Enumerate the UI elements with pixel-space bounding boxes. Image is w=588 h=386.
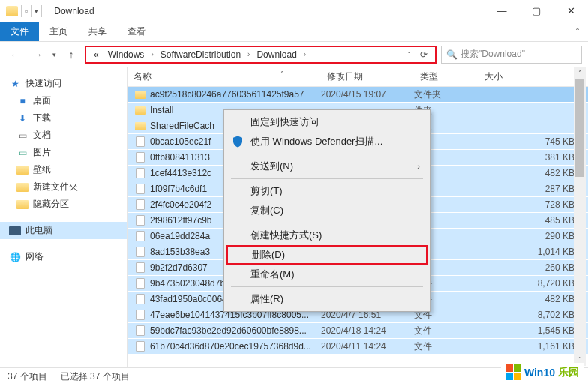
sidebar-item-downloads[interactable]: ⬇下载 [0,109,127,127]
file-icon [134,215,147,226]
vertical-scrollbar[interactable]: ˄ ˅ [574,67,586,366]
breadcrumb-seg[interactable]: SoftwareDistribution [156,47,245,62]
ctx-shortcut[interactable]: 创建快捷方式(S) [226,226,428,245]
sidebar-label: 隐藏分区 [33,198,69,211]
file-size: 287 KB [480,184,588,194]
file-name: 59bdc7fac93be2ed92d60600bfe8898... [147,325,321,336]
sidebar-label: 快速访问 [26,77,62,90]
column-headers: 名称˄ 修改日期 类型 大小 [128,67,588,87]
file-size: 1,161 KB [480,341,588,352]
file-type: 文件夹 [414,88,480,101]
folder-icon [16,200,28,209]
col-date[interactable]: 修改日期 [321,70,414,83]
titlebar: ▫ ▾ Download — ▢ ✕ [0,0,588,22]
file-size: 1,545 KB [480,325,588,336]
breadcrumb-seg[interactable]: Download [252,47,301,62]
divider [31,5,32,17]
table-row[interactable]: 61b70c4d36d870e20cec19757368d9d...2020/4… [128,339,588,355]
ctx-delete[interactable]: 删除(D) [226,245,428,265]
file-name: 61b70c4d36d870e20cec19757368d9d... [147,341,321,352]
table-row[interactable]: ac9f2518c80246a776035611425f9a572020/4/1… [128,87,588,103]
file-icon [134,231,147,241]
ctx-sendto[interactable]: 发送到(N)› [226,157,428,176]
scroll-thumb[interactable] [575,79,584,177]
file-icon [134,199,147,210]
scroll-up-button[interactable]: ˄ [574,67,586,79]
quick-access-toolbar: ▫ ▾ [0,5,48,17]
sidebar-item-documents[interactable]: ▭文档 [0,127,127,144]
documents-icon: ▭ [16,130,28,141]
back-button[interactable]: ← [6,46,24,64]
up-button[interactable]: ↑ [62,46,80,64]
ctx-cut[interactable]: 剪切(T) [226,181,428,201]
file-icon [134,341,147,352]
col-type[interactable]: 类型 [414,70,478,83]
address-bar: ← → ▾ ↑ « Windows › SoftwareDistribution… [0,42,588,67]
file-size: 482 KB [480,294,588,304]
ribbon-collapse-button[interactable]: ˄ [567,22,588,41]
breadcrumb-prefix[interactable]: « [89,47,104,62]
context-menu: 固定到快速访问 使用 Windows Defender扫描... 发送到(N)›… [224,109,430,312]
sidebar-label: 此电脑 [26,224,52,237]
file-date: 2020/4/11 14:24 [321,341,414,352]
address-dropdown[interactable]: ˅ [403,51,416,58]
ctx-defender[interactable]: 使用 Windows Defender扫描... [226,132,428,151]
refresh-button[interactable]: ⟳ [416,49,432,60]
sidebar-item-desktop[interactable]: ■桌面 [0,92,127,109]
history-dropdown[interactable]: ▾ [51,51,58,58]
ctx-rename[interactable]: 重命名(M) [226,265,428,284]
sidebar-item-pictures[interactable]: ▭图片 [0,144,127,161]
close-button[interactable]: ✕ [554,0,588,22]
pc-icon [9,226,21,235]
search-input[interactable]: 🔍 搜索"Download" [441,46,582,64]
window-title: Download [48,6,100,16]
file-icon [134,310,147,320]
sidebar-this-pc[interactable]: 此电脑 [0,222,127,239]
watermark-text: 乐园 [558,366,579,379]
sidebar-label: 图片 [33,146,51,159]
breadcrumb-chevron[interactable]: › [302,50,308,58]
ctx-copy[interactable]: 复制(C) [226,201,428,220]
ctx-properties[interactable]: 属性(R) [226,289,428,309]
sidebar-network[interactable]: 🌐网络 [0,248,127,265]
desktop-icon: ■ [16,96,28,106]
file-icon [134,247,147,257]
ribbon-tabs: 文件 主页 共享 查看 ˄ [0,22,588,42]
forward-button[interactable]: → [28,46,46,64]
file-icon [134,294,147,304]
col-size[interactable]: 大小 [478,70,588,83]
sidebar-item-newfolder[interactable]: 新建文件夹 [0,178,127,196]
sidebar-item-wallpapers[interactable]: 壁纸 [0,161,127,178]
qat-item[interactable]: ▫ [25,6,28,16]
folder-icon [134,106,147,115]
tab-view[interactable]: 查看 [117,22,156,41]
maximize-button[interactable]: ▢ [519,0,554,22]
ctx-pin-quick[interactable]: 固定到快速访问 [226,112,428,132]
table-row[interactable]: 59bdc7fac93be2ed92d60600bfe8898...2020/4… [128,323,588,339]
sidebar-item-hidden[interactable]: 隐藏分区 [0,196,127,213]
sidebar-label: 网络 [26,250,44,263]
file-date: 2020/4/15 19:07 [321,89,414,100]
window-controls: — ▢ ✕ [484,0,588,22]
qat-dropdown[interactable]: ▾ [34,7,38,15]
address-path[interactable]: « Windows › SoftwareDistribution › Downl… [85,46,436,64]
tab-file[interactable]: 文件 [0,22,39,41]
folder-icon [134,122,147,130]
col-name[interactable]: 名称˄ [128,70,321,83]
search-placeholder: 搜索"Download" [460,48,525,61]
file-name: ac9f2518c80246a776035611425f9a57 [147,89,321,100]
sidebar-quick-access[interactable]: ★快速访问 [0,75,127,92]
file-type: 文件 [414,325,480,337]
breadcrumb-seg[interactable]: Windows [104,47,149,62]
breadcrumb-chevron[interactable]: › [148,50,155,58]
file-size: 8,720 KB [480,278,588,289]
sidebar-label: 文档 [33,129,51,142]
separator [231,223,423,223]
tab-home[interactable]: 主页 [39,22,78,41]
sort-indicator-icon: ˄ [280,70,284,83]
minimize-button[interactable]: — [484,0,519,22]
file-size: 485 KB [480,215,588,226]
breadcrumb-chevron[interactable]: › [245,50,252,58]
file-icon [134,136,147,147]
tab-share[interactable]: 共享 [78,22,117,41]
